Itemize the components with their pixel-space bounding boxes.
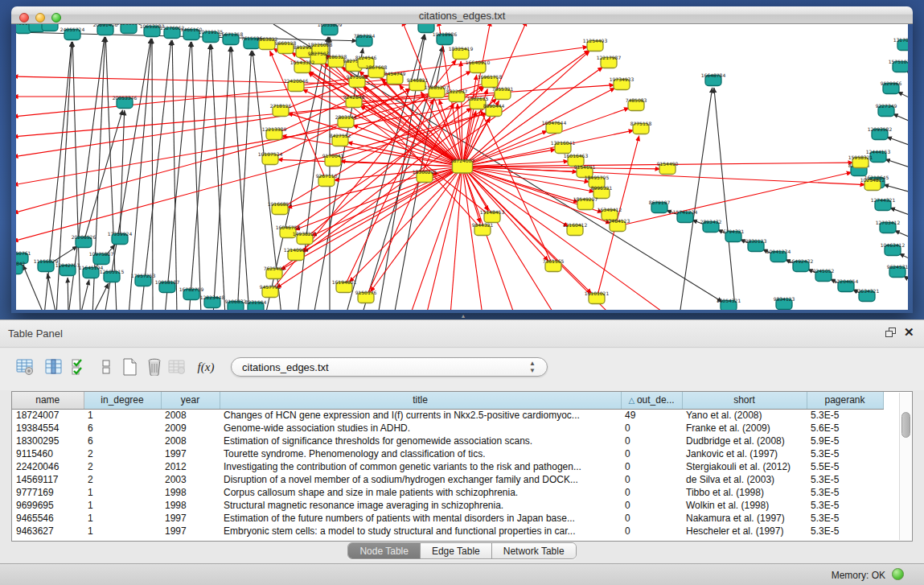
table-row[interactable]: 977716911998Corpus callosum shape and si… bbox=[12, 486, 883, 499]
float-panel-icon[interactable] bbox=[885, 328, 897, 338]
new-table-icon[interactable] bbox=[119, 356, 140, 377]
graph-edge[interactable] bbox=[462, 167, 483, 310]
graph-node[interactable]: 8454749 bbox=[384, 71, 406, 84]
graph-node[interactable]: 18325419 bbox=[449, 46, 474, 60]
graph-node[interactable]: 19218986 bbox=[433, 31, 458, 45]
table-row[interactable]: 1830029562008Estimation of significance … bbox=[12, 435, 883, 447]
graph-node[interactable]: 7857224 bbox=[354, 33, 376, 47]
graph-node[interactable]: 9175685 bbox=[347, 74, 368, 88]
graph-node[interactable]: 15751074 bbox=[889, 59, 908, 72]
graph-node[interactable]: 2893432 bbox=[700, 219, 722, 233]
graph-node[interactable]: 6794321 bbox=[723, 229, 745, 242]
graph-node[interactable]: 8322037 bbox=[446, 89, 468, 102]
table-row[interactable]: 1456911722003Disruption of a novel membe… bbox=[12, 473, 883, 486]
tab-node-table[interactable]: Node Table bbox=[348, 543, 421, 558]
network-canvas[interactable]: 1872400784051629120653106253324055724206… bbox=[16, 24, 908, 310]
graph-node[interactable]: 16648784 bbox=[701, 72, 726, 86]
graph-edge[interactable] bbox=[349, 167, 462, 282]
panel-splitter-handle[interactable]: ▲ bbox=[458, 314, 468, 319]
graph-edge[interactable] bbox=[211, 44, 225, 310]
column-header-name[interactable]: name bbox=[12, 392, 84, 409]
graph-node[interactable]: 9242848 bbox=[343, 94, 365, 108]
graph-edge[interactable] bbox=[80, 280, 89, 310]
graph-node[interactable]: 8775158 bbox=[630, 121, 652, 134]
graph-edge[interactable] bbox=[714, 88, 736, 310]
graph-node[interactable]: 16101021 bbox=[585, 290, 610, 304]
graph-node[interactable]: 20206526 bbox=[72, 234, 97, 248]
delete-table-icon[interactable] bbox=[144, 356, 165, 377]
graph-edge[interactable] bbox=[68, 278, 68, 310]
graph-edge[interactable] bbox=[16, 79, 395, 117]
graph-node[interactable]: 16250331 bbox=[117, 24, 142, 34]
graph-node[interactable]: 9150176 bbox=[355, 290, 377, 303]
graph-edge[interactable] bbox=[462, 108, 630, 167]
graph-edge[interactable] bbox=[481, 110, 553, 266]
graph-node[interactable]: 9227349 bbox=[876, 103, 897, 117]
graph-node[interactable]: 12823448 bbox=[200, 295, 225, 308]
graph-edge[interactable] bbox=[894, 231, 908, 241]
graph-edge[interactable] bbox=[893, 114, 908, 126]
graph-node[interactable]: 10975887 bbox=[89, 251, 114, 265]
column-header-year[interactable]: year bbox=[161, 392, 220, 409]
table-row[interactable]: 946362711997Embryonic stem cells: a mode… bbox=[12, 525, 883, 538]
graph-edge[interactable] bbox=[886, 137, 908, 149]
graph-node[interactable]: 16640910 bbox=[466, 60, 491, 73]
graph-node[interactable]: 9106832 bbox=[225, 299, 247, 310]
graph-edge[interactable] bbox=[47, 274, 56, 310]
graph-edge[interactable] bbox=[344, 99, 433, 287]
table-row[interactable]: 2242004622012Investigating the contribut… bbox=[12, 460, 883, 473]
graph-node[interactable]: 9830123 bbox=[745, 238, 767, 252]
graph-node[interactable]: 9267110 bbox=[316, 173, 338, 187]
graph-node[interactable]: 1062533 bbox=[39, 24, 61, 31]
graph-node[interactable]: 8990444 bbox=[483, 103, 505, 117]
graph-edge[interactable] bbox=[462, 167, 555, 310]
graph-node[interactable]: 12505115 bbox=[100, 269, 125, 282]
table-row[interactable]: 911546021997Tourette syndrome. Phenomeno… bbox=[12, 447, 883, 460]
graph-node[interactable]: 12217987 bbox=[597, 55, 622, 68]
graph-node[interactable]: 9154490 bbox=[657, 161, 679, 175]
graph-edge[interactable] bbox=[897, 92, 908, 103]
tab-edge-table[interactable]: Edge Table bbox=[421, 543, 492, 558]
graph-node[interactable]: 17957253 bbox=[131, 273, 156, 286]
graph-edge[interactable] bbox=[889, 208, 908, 219]
graph-node[interactable]: 7625402 bbox=[264, 266, 285, 279]
table-row[interactable]: 969969511998Structural magnetic resonanc… bbox=[12, 499, 883, 512]
table-settings-icon[interactable] bbox=[14, 356, 35, 377]
table-row[interactable]: 1872400712008Changes of HCN gene express… bbox=[12, 409, 883, 422]
column-header-short[interactable]: short bbox=[682, 392, 807, 409]
graph-node[interactable]: 17359924 bbox=[108, 231, 133, 245]
graph-node[interactable]: 8679197 bbox=[649, 200, 671, 213]
graph-node[interactable]: 8427552 bbox=[330, 133, 351, 146]
graph-node[interactable]: 7361565 bbox=[543, 258, 565, 272]
graph-node[interactable]: 9245052 bbox=[813, 268, 835, 282]
import-table-icon[interactable] bbox=[166, 356, 187, 377]
table-select-dropdown[interactable]: citations_edges.txt ▲▼ bbox=[231, 357, 548, 377]
graph-node[interactable]: 9529966 bbox=[881, 80, 902, 94]
graph-node[interactable]: 16492432 bbox=[789, 258, 814, 272]
graph-node[interactable]: 20691406 bbox=[93, 24, 118, 35]
graph-node[interactable]: 2718126 bbox=[270, 103, 292, 117]
graph-node[interactable]: 8231504 bbox=[245, 299, 267, 310]
graph-edge[interactable] bbox=[165, 42, 191, 310]
column-header-out-de-[interactable]: △ out_de... bbox=[621, 392, 682, 409]
graph-edge[interactable] bbox=[16, 82, 490, 213]
graph-edge[interactable] bbox=[333, 113, 487, 161]
graph-node[interactable]: 7485083 bbox=[626, 97, 647, 111]
graph-node[interactable]: 12464123 bbox=[606, 218, 630, 232]
table-scrollbar[interactable] bbox=[899, 393, 911, 540]
graph-node[interactable]: 16543382 bbox=[290, 60, 315, 73]
graph-edge[interactable] bbox=[884, 184, 908, 195]
graph-edge[interactable] bbox=[213, 47, 230, 310]
graph-edge[interactable] bbox=[172, 40, 177, 310]
graph-node[interactable]: 15148453 bbox=[480, 209, 505, 223]
graph-node[interactable]: 10463412 bbox=[881, 242, 906, 256]
select-columns-icon[interactable] bbox=[69, 356, 90, 377]
graph-node[interactable]: 9457791 bbox=[260, 284, 281, 298]
graph-node[interactable]: 16033809 bbox=[318, 24, 343, 35]
graph-node[interactable]: 11254493 bbox=[583, 38, 608, 51]
graph-edge[interactable] bbox=[450, 167, 462, 310]
table-row[interactable]: 1938455462009Genome-wide association stu… bbox=[12, 422, 883, 435]
graph-node[interactable]: 10941234 bbox=[766, 249, 791, 262]
graph-node[interactable]: 7955321 bbox=[492, 86, 514, 100]
graph-edge[interactable] bbox=[462, 167, 667, 310]
